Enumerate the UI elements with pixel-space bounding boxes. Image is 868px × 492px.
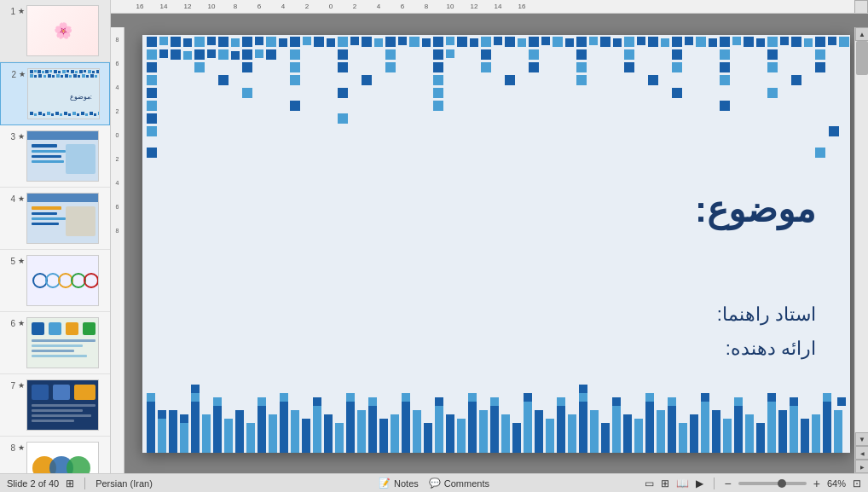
svg-rect-210 — [720, 101, 730, 111]
ruler-h-mark-10p: 10 — [438, 3, 462, 10]
svg-rect-3 — [42, 71, 44, 73]
svg-rect-151 — [839, 37, 849, 47]
svg-rect-9 — [67, 70, 69, 72]
slide-thumb-2[interactable]: 2 ★ — [0, 62, 110, 125]
svg-rect-282 — [645, 402, 654, 453]
svg-rect-267 — [524, 393, 532, 402]
svg-rect-56 — [66, 144, 95, 174]
scroll-up-button[interactable]: ▲ — [855, 27, 868, 41]
svg-rect-258 — [457, 419, 466, 453]
thumb7-svg — [27, 380, 99, 431]
star-icon-3: ★ — [18, 132, 25, 141]
svg-rect-182 — [433, 62, 443, 72]
svg-rect-62 — [66, 206, 95, 236]
svg-rect-26 — [69, 75, 72, 78]
svg-rect-204 — [433, 88, 443, 98]
svg-rect-262 — [490, 406, 499, 453]
slide-thumb-7[interactable]: 7 ★ — [0, 374, 110, 437]
svg-rect-30 — [86, 75, 89, 78]
fit-slide-button[interactable]: ⊡ — [853, 478, 861, 489]
svg-rect-287 — [679, 423, 687, 453]
scroll-more-button[interactable]: ◀ — [855, 446, 868, 460]
svg-rect-253 — [413, 410, 421, 453]
svg-rect-17 — [30, 74, 33, 78]
svg-rect-24 — [61, 75, 63, 78]
scroll-panel-right: ▲ ▼ ◀ ▶ — [854, 27, 868, 473]
svg-rect-247 — [368, 406, 377, 453]
svg-rect-11 — [75, 71, 78, 73]
zoom-slider-thumb[interactable] — [778, 479, 786, 488]
svg-rect-274 — [579, 393, 587, 402]
zoom-in-button[interactable]: + — [813, 477, 820, 490]
thumb4-svg — [27, 194, 99, 244]
svg-rect-189 — [767, 62, 778, 72]
svg-rect-143 — [744, 37, 754, 47]
svg-rect-97 — [194, 37, 205, 47]
view-normal-icon[interactable]: ▭ — [645, 478, 654, 489]
slide-thumb-4[interactable]: 4 ★ — [0, 188, 110, 250]
svg-rect-221 — [169, 410, 177, 453]
slide-thumb-5[interactable]: 5 ★ — [0, 250, 110, 312]
svg-rect-1 — [34, 70, 37, 72]
svg-rect-174 — [767, 49, 778, 60]
svg-rect-20 — [43, 75, 46, 78]
scroll-thumb-v[interactable] — [856, 41, 868, 75]
view-reading-icon[interactable]: 📖 — [676, 478, 689, 489]
slide-panel[interactable]: 1 ★ 🌸 2 ★ — [0, 0, 111, 473]
status-right: ▭ ⊞ 📖 ▶ − + 64% ⊡ — [576, 477, 861, 490]
svg-rect-249 — [379, 419, 388, 453]
notes-button[interactable]: 📝 Notes — [379, 478, 419, 489]
slide-img-1: 🌸 — [26, 5, 99, 56]
svg-rect-263 — [490, 397, 499, 406]
svg-rect-120 — [470, 38, 478, 47]
svg-rect-306 — [834, 410, 842, 453]
svg-rect-28 — [78, 75, 80, 78]
slide-thumb-6[interactable]: 6 ★ — [0, 312, 110, 374]
zoom-out-button[interactable]: − — [725, 477, 732, 490]
svg-rect-168 — [481, 49, 491, 60]
svg-rect-101 — [242, 37, 252, 47]
svg-rect-207 — [147, 101, 157, 111]
zoom-slider[interactable] — [738, 482, 807, 485]
svg-rect-237 — [280, 393, 288, 402]
status-icon1[interactable]: ⊞ — [66, 478, 74, 489]
svg-rect-257 — [446, 414, 454, 453]
slide-thumb-3[interactable]: 3 ★ — [0, 125, 110, 188]
star-icon-1: ★ — [18, 7, 25, 15]
svg-rect-35 — [34, 113, 37, 116]
svg-rect-32 — [95, 75, 97, 78]
svg-rect-146 — [780, 37, 789, 45]
svg-rect-196 — [505, 75, 515, 85]
svg-rect-239 — [302, 419, 310, 453]
svg-rect-147 — [791, 37, 801, 47]
svg-rect-229 — [213, 397, 222, 406]
status-sep-2 — [714, 478, 715, 489]
ruler-h-mark-10n: 10 — [200, 3, 223, 10]
scroll-track-v[interactable] — [855, 41, 868, 432]
scroll-down-button[interactable]: ▼ — [855, 432, 868, 446]
slide-thumb-1[interactable]: 1 ★ 🌸 — [0, 0, 110, 62]
svg-rect-45 — [77, 113, 79, 116]
svg-rect-40 — [55, 112, 59, 115]
view-present-icon[interactable]: ▶ — [696, 478, 703, 489]
svg-rect-154 — [171, 49, 181, 60]
ruler-v-8n: 8 — [116, 27, 119, 51]
svg-rect-78 — [74, 385, 95, 400]
svg-rect-53 — [32, 150, 66, 153]
svg-rect-224 — [191, 402, 200, 453]
view-sorter-icon[interactable]: ⊞ — [661, 478, 669, 489]
svg-rect-266 — [524, 402, 532, 453]
comments-button[interactable]: 💬 Comments — [429, 478, 489, 489]
ruler-v-0: 0 — [116, 123, 119, 147]
zoom-percent: 64% — [827, 478, 846, 489]
svg-rect-108 — [327, 38, 335, 47]
svg-rect-159 — [231, 51, 240, 60]
svg-rect-238 — [291, 410, 299, 453]
svg-rect-171 — [624, 49, 634, 60]
scroll-extra-button[interactable]: ▶ — [855, 460, 868, 473]
svg-rect-222 — [180, 423, 188, 453]
svg-rect-44 — [72, 112, 76, 115]
svg-rect-259 — [468, 402, 477, 453]
slide-thumb-8[interactable]: 8 ★ — [0, 437, 110, 473]
svg-rect-304 — [823, 402, 831, 453]
